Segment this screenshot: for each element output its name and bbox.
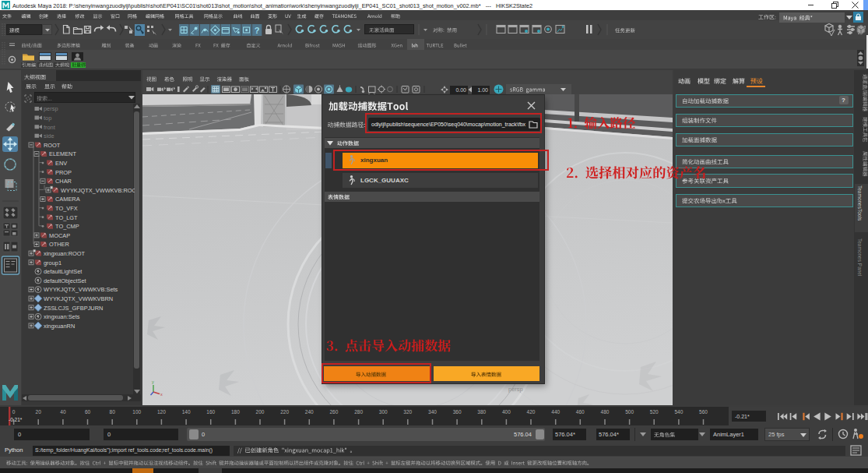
svg-text:top: top bbox=[44, 115, 51, 122]
svg-text:280: 280 bbox=[354, 409, 363, 415]
svg-text:x: x bbox=[160, 392, 163, 397]
svg-text:ENV: ENV bbox=[55, 160, 67, 167]
svg-text:480: 480 bbox=[601, 409, 610, 415]
svg-text:front: front bbox=[44, 124, 55, 131]
svg-text:defaultObjectSet: defaultObjectSet bbox=[44, 277, 86, 284]
svg-text:side: side bbox=[44, 132, 54, 139]
svg-text:persp: persp bbox=[508, 386, 523, 393]
svg-text:PROP: PROP bbox=[55, 169, 72, 176]
svg-text:260: 260 bbox=[329, 409, 338, 415]
svg-text:-0.21*: -0.21* bbox=[9, 417, 23, 422]
svg-text:ROOT: ROOT bbox=[44, 142, 61, 149]
svg-text:defaultLightSet: defaultLightSet bbox=[44, 268, 82, 275]
svg-text:ZSSLCJS_GFBPJURN: ZSSLCJS_GFBPJURN bbox=[44, 305, 103, 312]
svg-text:180: 180 bbox=[231, 409, 240, 415]
svg-text:400: 400 bbox=[502, 409, 511, 415]
svg-text:320: 320 bbox=[403, 409, 412, 415]
svg-text:CAMERA: CAMERA bbox=[55, 196, 80, 203]
svg-text:120: 120 bbox=[157, 409, 166, 415]
svg-text:CHAR: CHAR bbox=[55, 178, 72, 185]
svg-text:xingxuan:ROOT: xingxuan:ROOT bbox=[44, 250, 85, 257]
svg-text:220: 220 bbox=[280, 409, 289, 415]
svg-text:TO_LGT: TO_LGT bbox=[55, 214, 78, 221]
svg-text:?: ? bbox=[255, 26, 260, 35]
svg-text:160: 160 bbox=[206, 409, 215, 415]
svg-text:300: 300 bbox=[379, 409, 388, 415]
svg-text:OTHER: OTHER bbox=[49, 241, 69, 248]
svg-text:WYYKJQTX_VWWKVB:ROO: WYYKJQTX_VWWKVB:ROO bbox=[61, 187, 135, 194]
svg-text:380: 380 bbox=[477, 409, 486, 415]
svg-text:0: 0 bbox=[12, 409, 16, 415]
svg-text:WYYKJQTX_VWWKVBRN: WYYKJQTX_VWWKVBRN bbox=[44, 295, 113, 302]
svg-text:TO_CMP: TO_CMP bbox=[55, 223, 79, 230]
svg-text:xingxuanRN: xingxuanRN bbox=[44, 323, 75, 330]
svg-text:200: 200 bbox=[256, 409, 265, 415]
svg-text:440: 440 bbox=[551, 409, 560, 415]
svg-text:80: 80 bbox=[110, 409, 116, 415]
svg-text:360: 360 bbox=[453, 409, 462, 415]
svg-text:240: 240 bbox=[305, 409, 314, 415]
svg-text:MOCAP: MOCAP bbox=[49, 232, 70, 239]
svg-text:540: 540 bbox=[674, 409, 683, 415]
svg-text:40: 40 bbox=[60, 409, 66, 415]
svg-text:WYYKJQTX_VWWKVB:Sets: WYYKJQTX_VWWKVB:Sets bbox=[44, 286, 118, 293]
svg-text:500: 500 bbox=[625, 409, 634, 415]
svg-text:ELEMENT: ELEMENT bbox=[49, 150, 76, 157]
svg-text:xingxuan:Sets: xingxuan:Sets bbox=[44, 313, 80, 320]
svg-text:TO_VFX: TO_VFX bbox=[55, 205, 78, 212]
svg-text:20: 20 bbox=[36, 409, 42, 415]
svg-text:100: 100 bbox=[132, 409, 141, 415]
svg-text:520: 520 bbox=[650, 409, 659, 415]
svg-text:340: 340 bbox=[428, 409, 437, 415]
svg-text:560: 560 bbox=[699, 409, 708, 415]
svg-text:60: 60 bbox=[85, 409, 91, 415]
svg-text:persp: persp bbox=[44, 105, 58, 112]
svg-text:group1: group1 bbox=[44, 259, 61, 267]
svg-text:420: 420 bbox=[527, 409, 536, 415]
svg-text:y: y bbox=[152, 379, 154, 384]
svg-text:140: 140 bbox=[182, 409, 191, 415]
svg-text:460: 460 bbox=[576, 409, 585, 415]
